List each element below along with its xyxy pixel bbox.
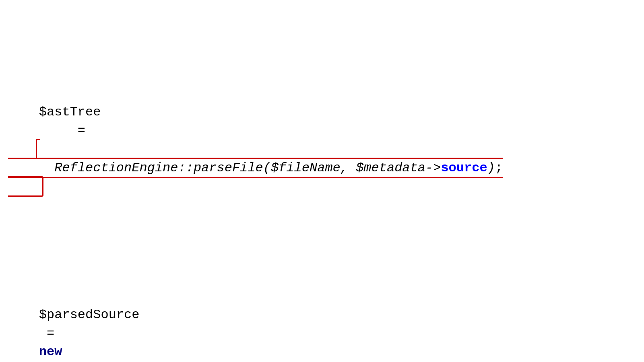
var-parsedSource: $parsedSource	[39, 307, 140, 322]
keyword-new: new	[39, 344, 62, 359]
line-1: $astTree = ReflectionEngine::parseFile($…	[8, 84, 636, 215]
code-block: $astTree = ReflectionEngine::parseFile($…	[8, 12, 636, 362]
line-2: $parsedSource = new ReflectionFile($file…	[8, 287, 636, 362]
var-astTree: $astTree	[39, 105, 101, 119]
highlight-box-1: ReflectionEngine::parseFile($fileName, $…	[8, 139, 503, 197]
